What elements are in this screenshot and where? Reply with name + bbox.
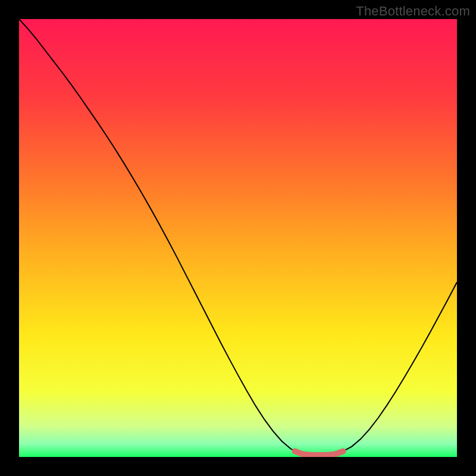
watermark-text: TheBottleneck.com	[356, 4, 470, 19]
plot-area	[19, 19, 457, 457]
bottleneck-curve	[19, 19, 457, 457]
curve-line	[19, 19, 457, 455]
optimal-range-highlight	[295, 451, 343, 455]
chart-frame: TheBottleneck.com	[0, 0, 476, 476]
